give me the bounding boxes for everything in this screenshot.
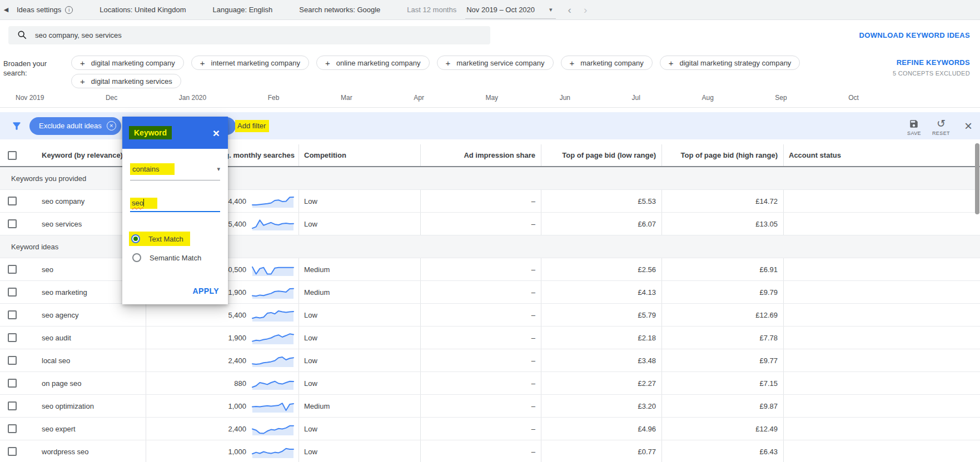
- avg-monthly-searches-cell: 2,400: [146, 349, 299, 371]
- top-of-page-bid-low-cell: £2.18: [541, 327, 661, 349]
- table-row[interactable]: local seo2,400Low–£3.48£9.77: [0, 349, 980, 372]
- column-header-top-of-page-bid-high[interactable]: Top of page bid (high range): [661, 144, 783, 166]
- competition-cell: Medium: [299, 395, 420, 417]
- keyword-cell: seo audit: [27, 327, 146, 349]
- download-keyword-ideas-button[interactable]: DOWNLOAD KEYWORD IDEAS: [859, 31, 970, 39]
- row-checkbox[interactable]: [8, 197, 17, 205]
- broaden-chip[interactable]: +digital marketing services: [71, 74, 181, 88]
- match-option[interactable]: Text Match: [129, 232, 190, 246]
- table-row[interactable]: seo optimization1,000Medium–£3.20£9.87: [0, 395, 980, 418]
- chevron-down-icon: ▾: [217, 165, 220, 173]
- plus-icon: +: [80, 59, 85, 67]
- row-checkbox[interactable]: [8, 447, 17, 456]
- competition-cell: Low: [299, 327, 420, 349]
- ad-impression-share-cell: –: [420, 213, 541, 235]
- avg-monthly-searches-cell: 880: [146, 372, 299, 394]
- language-setting[interactable]: Language: English: [213, 6, 273, 14]
- apply-button[interactable]: APPLY: [193, 287, 219, 295]
- table-row[interactable]: seo expert2,400Low–£4.96£12.49: [0, 418, 980, 440]
- keyword-cell: seo agency: [27, 304, 146, 326]
- keyword-cell: local seo: [27, 349, 146, 371]
- close-dialog-icon[interactable]: ×: [213, 127, 220, 139]
- table-row[interactable]: seo audit1,900Low–£2.18£7.78: [0, 327, 980, 349]
- competition-cell: Low: [299, 418, 420, 440]
- dialog-title: Keyword: [129, 126, 172, 139]
- remove-filter-icon[interactable]: ×: [107, 121, 116, 130]
- top-of-page-bid-high-cell: £9.87: [661, 395, 783, 417]
- row-checkbox[interactable]: [8, 333, 17, 342]
- column-header-account-status[interactable]: Account status: [783, 144, 980, 166]
- account-status-cell: [783, 440, 980, 462]
- trend-sparkline: [251, 217, 295, 231]
- trend-sparkline: [251, 194, 295, 208]
- top-of-page-bid-low-cell: £2.56: [541, 258, 661, 280]
- prev-period-button[interactable]: ‹: [568, 4, 571, 15]
- row-checkbox[interactable]: [8, 288, 17, 297]
- broaden-chip[interactable]: +internet marketing company: [191, 56, 309, 70]
- concepts-excluded-note: 5 CONCEPTS EXCLUDED: [893, 70, 970, 77]
- date-range-select[interactable]: Nov 2019 – Oct 2020 ▾: [465, 1, 555, 19]
- row-checkbox[interactable]: [8, 356, 17, 365]
- save-button[interactable]: SAVE: [907, 119, 921, 136]
- close-filter-bar-icon[interactable]: ×: [964, 119, 972, 133]
- table-row[interactable]: wordpress seo1,000Low–£0.77£6.43: [0, 440, 980, 462]
- competition-cell: Medium: [299, 258, 420, 280]
- condition-select[interactable]: contains ▾: [130, 163, 220, 180]
- chevron-down-icon: ▾: [549, 6, 553, 13]
- broaden-chip[interactable]: +online marketing company: [316, 56, 430, 70]
- top-of-page-bid-low-cell: £5.79: [541, 304, 661, 326]
- account-status-cell: [783, 258, 980, 280]
- top-of-page-bid-low-cell: £2.27: [541, 372, 661, 394]
- broaden-your-search-section: Broaden your search: +digital marketing …: [0, 50, 980, 88]
- broaden-chip[interactable]: +marketing company: [561, 56, 653, 70]
- trend-sparkline: [251, 353, 295, 368]
- search-networks-setting[interactable]: Search networks: Google: [299, 6, 380, 14]
- radio-icon[interactable]: [131, 234, 140, 243]
- top-of-page-bid-high-cell: £6.91: [661, 258, 783, 280]
- row-checkbox[interactable]: [8, 424, 17, 433]
- row-checkbox[interactable]: [8, 401, 17, 410]
- row-checkbox[interactable]: [8, 265, 17, 274]
- radio-icon[interactable]: [132, 253, 141, 262]
- refine-keywords-button[interactable]: REFINE KEYWORDS: [893, 58, 970, 67]
- vertical-scrollbar-thumb[interactable]: [975, 143, 979, 214]
- broaden-chip[interactable]: +marketing service company: [437, 56, 554, 70]
- top-of-page-bid-high-cell: £9.77: [661, 349, 783, 371]
- reset-button[interactable]: ↺ RESET: [932, 119, 950, 136]
- keyword-search-input[interactable]: seo company, seo services: [8, 26, 490, 44]
- ideas-settings-label[interactable]: Ideas settings: [17, 6, 61, 14]
- match-option[interactable]: Semantic Match: [130, 253, 220, 262]
- row-checkbox[interactable]: [8, 219, 17, 228]
- keyword-cell: seo optimization: [27, 395, 146, 417]
- ad-impression-share-cell: –: [420, 190, 541, 212]
- broaden-chip[interactable]: +digital marketing company: [71, 56, 184, 70]
- column-header-competition[interactable]: Competition: [299, 144, 420, 166]
- broaden-chip[interactable]: +digital marketing strategy company: [660, 56, 800, 70]
- add-filter-button[interactable]: Add filter: [235, 120, 269, 132]
- back-arrow-icon[interactable]: ◀: [0, 6, 12, 13]
- broaden-chips-row-2: +digital marketing services: [71, 74, 800, 88]
- broaden-label: Broaden your search:: [0, 50, 71, 88]
- avg-monthly-searches-cell: 1,000: [146, 395, 299, 417]
- column-header-top-of-page-bid-low[interactable]: Top of page bid (low range): [541, 144, 661, 166]
- select-all-checkbox[interactable]: [8, 151, 17, 160]
- table-row[interactable]: seo agency5,400Low–£5.79£12.69: [0, 304, 980, 327]
- locations-setting[interactable]: Locations: United Kingdom: [100, 6, 186, 14]
- keyword-cell: on page seo: [27, 372, 146, 394]
- next-period-button[interactable]: ›: [584, 4, 587, 15]
- month-label: Nov 2019: [16, 94, 44, 102]
- top-of-page-bid-high-cell: £12.49: [661, 418, 783, 440]
- column-header-ad-impression-share[interactable]: Ad impression share: [420, 144, 541, 166]
- trend-sparkline: [251, 308, 295, 322]
- ad-impression-share-cell: –: [420, 372, 541, 394]
- month-label: Jun: [560, 94, 570, 102]
- avg-monthly-searches-cell: 1,000: [146, 440, 299, 462]
- table-row[interactable]: on page seo880Low–£2.27£7.15: [0, 372, 980, 395]
- exclude-adult-ideas-chip[interactable]: Exclude adult ideas ×: [29, 117, 121, 135]
- info-icon[interactable]: i: [65, 6, 73, 14]
- row-checkbox[interactable]: [8, 379, 17, 388]
- row-checkbox[interactable]: [8, 310, 17, 319]
- keyword-cell: wordpress seo: [27, 440, 146, 462]
- competition-cell: Medium: [299, 281, 420, 303]
- filter-value-input[interactable]: seo: [130, 199, 220, 212]
